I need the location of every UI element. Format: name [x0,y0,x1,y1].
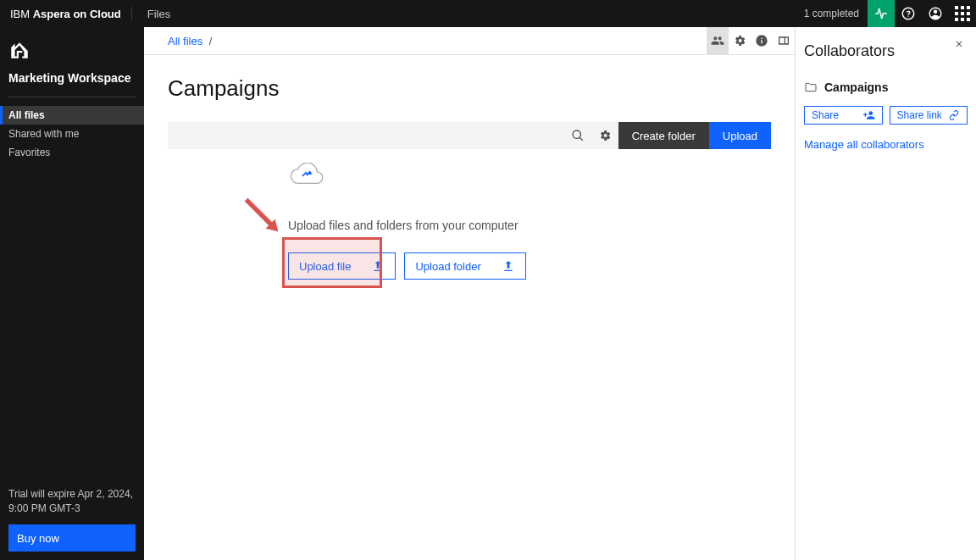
user-icon[interactable] [922,0,949,27]
upload-folder-button[interactable]: Upload folder [404,252,525,280]
apps-icon[interactable] [949,0,976,27]
brand: IBM Aspera on Cloud [0,8,131,20]
search-icon[interactable] [564,122,591,149]
close-icon[interactable] [954,37,968,51]
transfers-count: 1 completed [804,8,868,19]
cloud-upload-illustration [288,163,324,190]
manage-collaborators-link[interactable]: Manage all collaborators [804,138,924,151]
settings-icon[interactable] [729,27,751,55]
activity-icon[interactable] [868,0,895,27]
info-icon[interactable] [751,27,773,55]
sidebar-item-all-files[interactable]: All files [0,106,144,125]
add-user-icon [863,109,875,121]
link-icon [948,109,960,121]
workspace-icon [8,39,30,61]
share-button[interactable]: Share [804,106,883,125]
share-link-button[interactable]: Share link [890,106,968,125]
panel-layout-icon[interactable] [773,27,795,55]
top-files-link[interactable]: Files [137,8,180,20]
separator [131,7,132,20]
upload-icon [371,259,385,273]
breadcrumb: All files / [144,35,215,47]
empty-state-text: Upload files and folders from your compu… [288,219,795,232]
trial-notice: Trial will expire Apr 2, 2024, 9:00 PM G… [0,487,144,524]
workspace-name: Marketing Workspace [8,71,136,85]
upload-file-button[interactable]: Upload file [288,252,396,280]
upload-icon [502,259,515,273]
page-title: Campaigns [144,55,795,122]
create-folder-button[interactable]: Create folder [618,122,709,149]
svg-line-0 [247,200,272,225]
annotation-arrow [242,196,281,235]
panel-folder-name: Campaigns [824,80,888,94]
panel-title: Collaborators [804,42,968,60]
view-settings-icon[interactable] [591,122,618,149]
folder-icon [804,80,818,94]
upload-button[interactable]: Upload [709,122,771,149]
buy-now-button[interactable]: Buy now [8,524,136,552]
help-icon[interactable] [895,0,922,27]
sidebar-item-shared[interactable]: Shared with me [0,125,144,143]
breadcrumb-root[interactable]: All files [168,35,202,47]
sidebar-item-favorites[interactable]: Favorites [0,143,144,162]
collaborators-toggle-icon[interactable] [707,27,729,55]
